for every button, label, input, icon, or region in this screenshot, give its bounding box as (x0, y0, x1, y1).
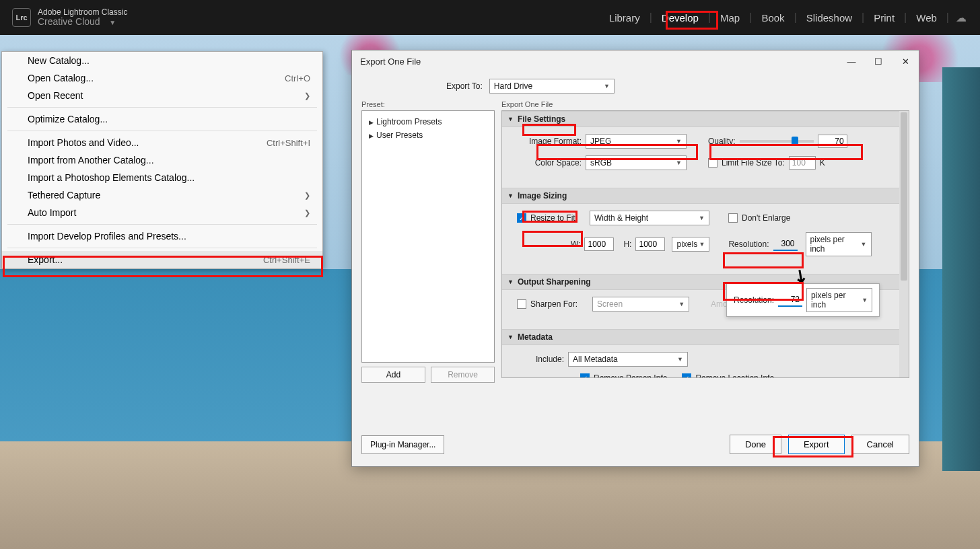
resize-mode-select[interactable]: Width & Height▼ (590, 211, 709, 225)
sharpen-checkbox[interactable] (517, 299, 526, 309)
limit-unit: K (820, 158, 825, 168)
slider-thumb[interactable] (792, 137, 798, 146)
chevron-down-icon: ▼ (861, 241, 867, 248)
limit-filesize-checkbox[interactable] (708, 158, 718, 168)
nav-develop[interactable]: Develop (652, 8, 708, 28)
remove-person-checkbox[interactable]: ✓ (580, 373, 590, 378)
app-topbar: Lrc Adobe Lightroom Classic Creative Clo… (0, 0, 980, 35)
resolution-input[interactable] (773, 237, 798, 251)
menu-auto-import[interactable]: Auto Import❯ (2, 204, 322, 221)
preset-add-button[interactable]: Add (361, 367, 425, 383)
chevron-down-icon: ▼ (604, 83, 610, 89)
sharpen-label: Sharpen For: (530, 299, 578, 309)
right-panel-label: Export One File (501, 100, 909, 108)
background-wall (942, 67, 980, 471)
menu-new-catalog[interactable]: New Catalog... (2, 52, 322, 69)
dialog-title: Export One File (360, 57, 421, 67)
menu-optimize-catalog[interactable]: Optimize Catalog... (2, 110, 322, 128)
nav-book[interactable]: Book (752, 8, 794, 28)
section-file-settings[interactable]: ▼ File Settings (502, 111, 909, 127)
chevron-right-icon: ❯ (304, 92, 310, 100)
file-menu-dropdown: New Catalog... Open Catalog...Ctrl+O Ope… (1, 51, 323, 269)
section-metadata[interactable]: ▼ Metadata (502, 329, 909, 345)
resize-label: Resize to Fit: (530, 213, 578, 223)
cancel-button[interactable]: Cancel (851, 435, 909, 454)
section-image-sizing[interactable]: ▼ Image Sizing (502, 188, 909, 204)
resolution-label: Resolution: (728, 240, 769, 249)
preset-lightroom[interactable]: ▶Lightroom Presets (366, 115, 490, 129)
subtitle-dropdown-icon[interactable]: ▼ (106, 19, 116, 26)
nav-print[interactable]: Print (864, 8, 904, 28)
quality-input[interactable] (818, 135, 847, 148)
callout-resolution-unit-select[interactable]: pixels per inch▼ (806, 288, 872, 312)
app-title-block: Adobe Lightroom Classic Creative Cloud ▼ (38, 8, 127, 28)
nav-library[interactable]: Library (600, 8, 650, 28)
color-space-select[interactable]: sRGB▼ (586, 155, 687, 170)
chevron-right-icon: ❯ (304, 191, 310, 200)
minimize-button[interactable]: — (846, 56, 857, 67)
app-subtitle: Creative Cloud ▼ (38, 17, 127, 27)
dont-enlarge-checkbox[interactable] (728, 213, 738, 223)
image-format-select[interactable]: JPEG▼ (586, 134, 687, 149)
dialog-titlebar: Export One File — ☐ ✕ (352, 50, 919, 72)
maximize-button[interactable]: ☐ (873, 56, 884, 67)
height-label: H: (623, 240, 631, 249)
export-to-select[interactable]: Hard Drive▼ (489, 79, 615, 94)
menu-tethered-capture[interactable]: Tethered Capture❯ (2, 186, 322, 204)
settings-scrollbar[interactable] (899, 111, 909, 377)
menu-export[interactable]: Export...Ctrl+Shift+E (2, 251, 322, 268)
cloud-sync-icon[interactable]: ☁ (956, 11, 967, 24)
close-button[interactable]: ✕ (900, 56, 911, 67)
plugin-manager-button[interactable]: Plug-in Manager... (361, 435, 444, 454)
quality-slider[interactable] (740, 140, 814, 143)
nav-web[interactable]: Web (907, 8, 946, 28)
scrollbar-thumb[interactable] (901, 112, 907, 281)
chevron-right-icon: ❯ (304, 209, 310, 217)
chevron-down-icon: ▼ (862, 297, 868, 303)
triangle-down-icon: ▼ (508, 116, 514, 122)
quality-label: Quality: (708, 137, 736, 146)
preset-label: Preset: (361, 100, 495, 108)
triangle-down-icon: ▼ (508, 192, 514, 199)
menu-open-catalog[interactable]: Open Catalog...Ctrl+O (2, 69, 322, 87)
nav-map[interactable]: Map (711, 8, 749, 28)
callout-resolution-input[interactable] (778, 293, 802, 307)
menu-open-recent[interactable]: Open Recent❯ (2, 87, 322, 104)
chevron-down-icon: ▼ (676, 159, 682, 166)
resize-checkbox[interactable]: ✓ (517, 213, 526, 223)
menu-import-profiles[interactable]: Import Develop Profiles and Presets... (2, 227, 322, 245)
export-button[interactable]: Export (788, 435, 845, 454)
size-unit-select[interactable]: pixels▼ (672, 237, 709, 252)
height-input[interactable] (635, 237, 665, 251)
done-button[interactable]: Done (730, 435, 781, 454)
menu-import-pse-catalog[interactable]: Import a Photoshop Elements Catalog... (2, 169, 322, 186)
preset-user[interactable]: ▶User Presets (366, 129, 490, 142)
chevron-down-icon: ▼ (676, 138, 682, 145)
export-dialog: Export One File — ☐ ✕ Export To: Hard Dr… (351, 50, 919, 467)
chevron-down-icon: ▼ (677, 356, 683, 363)
preset-remove-button[interactable]: Remove (431, 367, 495, 383)
include-label: Include: (517, 355, 564, 364)
triangle-right-icon: ▶ (369, 119, 374, 126)
remove-location-label: Remove Location Info (695, 373, 774, 378)
nav-slideshow[interactable]: Slideshow (797, 8, 862, 28)
include-select[interactable]: All Metadata▼ (568, 352, 688, 367)
callout-resolution-label: Resolution: (734, 295, 774, 305)
limit-filesize-label: Limit File Size To: (722, 158, 785, 168)
resolution-unit-select[interactable]: pixels per inch▼ (806, 232, 872, 256)
menu-import-another-catalog[interactable]: Import from Another Catalog... (2, 151, 322, 169)
export-to-label: Export To: (446, 81, 483, 91)
remove-person-label: Remove Person Info (594, 373, 667, 378)
width-input[interactable] (584, 237, 614, 251)
triangle-right-icon: ▶ (369, 133, 374, 139)
resolution-callout: Resolution: pixels per inch▼ (726, 283, 880, 317)
dont-enlarge-label: Don't Enlarge (742, 213, 790, 223)
sharpen-for-select[interactable]: Screen▼ (592, 297, 689, 312)
preset-listbox[interactable]: ▶Lightroom Presets ▶User Presets (361, 110, 495, 363)
remove-location-checkbox[interactable]: ✓ (682, 373, 691, 378)
chevron-down-icon: ▼ (699, 241, 705, 248)
menu-import-photos[interactable]: Import Photos and Video...Ctrl+Shift+I (2, 134, 322, 151)
chevron-down-icon: ▼ (678, 301, 685, 307)
triangle-down-icon: ▼ (508, 279, 514, 285)
limit-filesize-input[interactable] (789, 156, 816, 170)
